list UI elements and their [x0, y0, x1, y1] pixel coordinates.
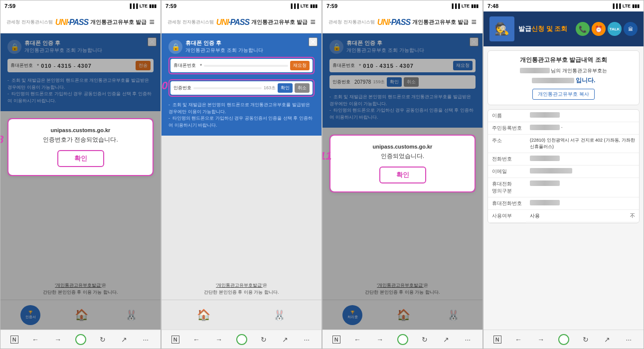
app-logo-2: 관세청 전자통관시스템 — [167, 19, 214, 25]
nav-back-3[interactable]: ← — [352, 334, 363, 346]
nav-more-2[interactable]: ··· — [302, 334, 312, 346]
phone-content-2: ✕ 🔒 휴대폰 인증 후 개인통관고유부호 조회 가능합니다 9 휴대폰번호 — [161, 33, 322, 330]
nav-forward-3[interactable]: → — [374, 334, 385, 346]
nav-share-1[interactable]: ↗ — [119, 334, 129, 346]
header-title-4: 발급신청 및 조회 — [518, 24, 567, 33]
talk-icon-4[interactable]: TALK — [608, 22, 622, 36]
network-icon-3: LTE — [462, 3, 470, 8]
browser-nav-1: N ← → ↻ ↗ ··· — [0, 330, 161, 349]
info-table-wrapper: 이름 ████ 주민등록번호 ██████ · 주소 (22810) 인천광역시… — [487, 109, 640, 223]
nav-back-1[interactable]: ← — [30, 334, 41, 346]
browser-nav-2: N ← → ↻ ↗ ··· — [161, 330, 322, 349]
phone-input-2[interactable] — [204, 65, 288, 67]
nav-refresh-1[interactable]: ↻ — [98, 334, 108, 346]
dialog-3: unipass.customs.go.kr 인증되었습니다. 확인 — [330, 136, 475, 191]
status-text-4: 사용 — [530, 212, 540, 219]
network-icon-4: LTE — [623, 3, 631, 8]
battery-icon-1: ▮▮▮ — [149, 3, 157, 8]
phone-row-wrapper-2: 9 휴대폰번호 * 재요청 — [168, 57, 315, 74]
nav-more-3[interactable]: ··· — [463, 334, 473, 346]
dialog-wrapper-3: 11 unipass.customs.go.kr 인증되었습니다. 확인 — [330, 136, 475, 191]
nav-forward-1[interactable]: → — [52, 334, 63, 346]
clock-icon-4[interactable]: ⏰ — [592, 22, 606, 36]
nav-n-2[interactable]: N — [171, 336, 179, 344]
table-row-tel: 전화번호 ████████ — [488, 153, 639, 166]
auth-row-2: 인증번호 163초 확인 취소 — [170, 81, 313, 95]
nav-n-1[interactable]: N — [10, 336, 18, 344]
dialog-wrapper-1: 8 unipass.customs.go.kr 인증번호가 전송되었습니다. 확… — [8, 119, 153, 175]
time-2: 7:59 — [165, 3, 176, 9]
auth-cancel-btn-2[interactable]: 취소 — [295, 83, 310, 93]
nav-n-3[interactable]: N — [332, 336, 340, 344]
nav-refresh-3[interactable]: ↻ — [420, 334, 430, 346]
talk-icons-4: 📞 ⏰ TALK 🏛 — [576, 22, 638, 36]
hamburger-3[interactable]: ≡ — [471, 17, 477, 27]
house-icon-2[interactable]: 🏠 — [194, 306, 212, 324]
dialog-btn-row-1: 확인 — [14, 150, 147, 167]
network-icon-1: LTE — [140, 3, 148, 8]
panel4-scroll[interactable]: 개인통관고유부호 발급내역 조회 ████ 님의 개인통관고유부호는 █████… — [483, 46, 644, 330]
blue-section-inner-2: 🔒 휴대폰 인증 후 개인통관고유부호 조회 가능합니다 9 휴대폰번호 * — [168, 39, 315, 129]
dialog-ok-btn-3[interactable]: 확인 — [379, 167, 426, 183]
nav-share-2[interactable]: ↗ — [280, 334, 290, 346]
nav-share-3[interactable]: ↗ — [441, 334, 451, 346]
phone-icon-4[interactable]: 📞 — [576, 22, 590, 36]
app-logo-1: 관세청 전자통관시스템 — [6, 19, 53, 25]
label-status: 사용여부 — [488, 210, 526, 223]
nav-refresh-2[interactable]: ↻ — [259, 334, 269, 346]
status-icons-4: ▐▐▐ LTE ▮▮▮ — [612, 3, 640, 8]
dialog-site-1: unipass.customs.go.kr — [14, 127, 147, 133]
phone-panel-1: 7:59 ▐▐▐ LTE ▮▮▮ 관세청 전자통관시스템 UNI·PASS 개인… — [0, 0, 161, 349]
label-address: 주소 — [488, 135, 526, 153]
status-bar-3: 7:59 ▐▐▐ LTE ▮▮▮ — [322, 0, 483, 11]
result-name-4: ████ 님의 개인통관고유부호는 — [494, 67, 633, 74]
phone-row-2: 휴대폰번호 * 재요청 — [170, 59, 313, 72]
nav-refresh-4[interactable]: ↻ — [581, 334, 591, 346]
dialog-msg-1: 인증번호가 전송되었습니다. — [14, 135, 147, 144]
lock-icon-2: 🔒 — [168, 40, 182, 54]
app-header-1: 관세청 전자통관시스템 UNI·PASS 개인통관고유부호 발급 ≡ — [0, 11, 161, 33]
signal-icon-2: ▐▐▐ — [290, 3, 299, 8]
nav-forward-2[interactable]: → — [213, 334, 224, 346]
dialog-btn-row-3: 확인 — [336, 167, 469, 183]
nav-forward-4[interactable]: → — [535, 334, 546, 346]
nav-n-4[interactable]: N — [493, 336, 501, 344]
logo-uni-2: UNI·PASS — [216, 18, 249, 27]
panel4-dark-header: 🕵 발급신청 및 조회 📞 ⏰ TALK 🏛 — [483, 11, 644, 46]
status-bar-2: 7:59 ▐▐▐ LTE ▮▮▮ — [161, 0, 322, 11]
nav-back-2[interactable]: ← — [191, 334, 202, 346]
table-row-name: 이름 ████ — [488, 110, 639, 122]
signal-icon-4: ▐▐▐ — [612, 3, 621, 8]
auth-confirm-btn-2[interactable]: 확인 — [278, 83, 293, 93]
rabbit-icon-2[interactable]: 🐰 — [271, 306, 289, 324]
close-btn-2[interactable]: ✕ — [309, 37, 318, 46]
hamburger-2[interactable]: ≡ — [310, 17, 316, 27]
auth-input-2[interactable] — [193, 87, 262, 89]
resend-btn-2[interactable]: 재요청 — [290, 61, 310, 70]
network-icon-2: LTE — [301, 3, 309, 8]
status-icons-3: ▐▐▐ LTE ▮▮▮ — [451, 3, 479, 8]
nav-more-4[interactable]: ··· — [624, 334, 634, 346]
blurred-name-4: ████ — [520, 68, 550, 73]
step-10-badge: 10 — [161, 80, 167, 91]
header-title-3: 개인통관고유부호 발급 — [412, 18, 469, 26]
label-mobile-num: 휴대전화번호 — [488, 197, 526, 210]
time-3: 7:59 — [326, 3, 337, 9]
result-code-4: ████████████ 입니다. — [494, 76, 633, 85]
copy-btn-4[interactable]: 개인통관고유부호 복사 — [532, 89, 595, 100]
hamburger-1[interactable]: ≡ — [149, 17, 155, 27]
header-title-group-4: 발급신청 및 조회 — [518, 24, 567, 33]
browser-nav-3: N ← → ↻ ↗ ··· — [322, 330, 483, 349]
overlay-dim-1 — [0, 33, 161, 330]
gov-icon-4[interactable]: 🏛 — [624, 22, 638, 36]
nav-back-4[interactable]: ← — [513, 334, 524, 346]
label-tel: 전화번호 — [488, 153, 526, 166]
nav-more-1[interactable]: ··· — [141, 334, 151, 346]
not-flag-4: 不 — [630, 212, 635, 219]
auth-row-highlight-2: 인증번호 163초 확인 취소 — [168, 79, 315, 97]
nav-share-4[interactable]: ↗ — [602, 334, 612, 346]
dialog-ok-btn-1[interactable]: 확인 — [57, 150, 104, 167]
phone-label-2: 휴대폰번호 — [173, 62, 196, 69]
phone-asterisk-2: * — [200, 63, 202, 69]
table-row-email: 이메일 ████████████ — [488, 166, 639, 178]
